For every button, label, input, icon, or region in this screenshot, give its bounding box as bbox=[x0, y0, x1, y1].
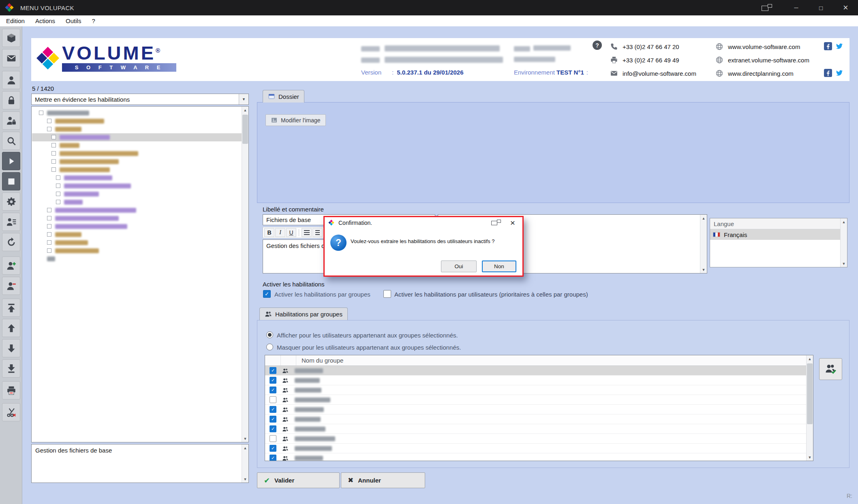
menu-outils[interactable]: Outils bbox=[60, 15, 86, 26]
facebook-icon[interactable] bbox=[824, 42, 832, 50]
user-button[interactable] bbox=[2, 71, 20, 89]
scroll-thumb[interactable] bbox=[807, 363, 813, 424]
expander-icon[interactable] bbox=[47, 208, 51, 212]
lock-button[interactable] bbox=[2, 91, 20, 109]
user-permissions-button[interactable] bbox=[2, 111, 20, 130]
scroll-up-icon[interactable]: ▲ bbox=[807, 355, 813, 362]
expander-icon[interactable] bbox=[47, 240, 51, 245]
settings-button[interactable] bbox=[2, 192, 20, 211]
tree-item[interactable] bbox=[32, 125, 242, 133]
user-remove-button[interactable] bbox=[2, 277, 20, 295]
expander-icon[interactable] bbox=[47, 232, 51, 237]
tree-item[interactable] bbox=[32, 247, 242, 255]
layout-icon[interactable] bbox=[762, 4, 772, 12]
group-checkbox[interactable] bbox=[270, 435, 276, 442]
align-left-button[interactable] bbox=[302, 228, 312, 237]
expander-icon[interactable] bbox=[51, 151, 56, 156]
dialog-layout-icon[interactable] bbox=[491, 219, 501, 226]
expander-icon[interactable] bbox=[47, 224, 51, 229]
maximize-button[interactable]: □ bbox=[809, 0, 833, 15]
comment-scrollbar[interactable]: ▲ ▼ bbox=[700, 215, 707, 273]
expander-icon[interactable] bbox=[56, 184, 60, 188]
move-bottom-button[interactable] bbox=[2, 359, 20, 378]
group-row[interactable]: ✓ bbox=[265, 453, 806, 461]
group-row[interactable]: ✓ bbox=[265, 385, 806, 395]
mail-button[interactable] bbox=[2, 49, 20, 67]
tab-dossier[interactable]: Dossier bbox=[263, 90, 304, 103]
scroll-thumb[interactable] bbox=[242, 115, 248, 144]
modify-image-button[interactable]: Modifier l'image bbox=[265, 114, 326, 126]
user-add-button[interactable] bbox=[2, 256, 20, 275]
tree-item[interactable] bbox=[32, 133, 242, 141]
group-row[interactable]: ✓ bbox=[265, 405, 806, 414]
expander-icon[interactable] bbox=[51, 167, 56, 172]
move-up-button[interactable] bbox=[2, 319, 20, 337]
refresh-button[interactable] bbox=[2, 233, 20, 251]
expander-icon[interactable] bbox=[47, 216, 51, 220]
tree-scrollbar[interactable]: ▲ ▼ bbox=[242, 107, 248, 442]
cut-button[interactable] bbox=[2, 403, 20, 421]
menu-edition[interactable]: Edition bbox=[1, 15, 30, 26]
tree-item[interactable] bbox=[32, 239, 242, 247]
close-button[interactable]: × bbox=[833, 0, 858, 15]
run-button[interactable] bbox=[2, 152, 20, 170]
language-scrollbar[interactable]: ▲ ▼ bbox=[840, 218, 847, 267]
expander-icon[interactable] bbox=[47, 248, 51, 253]
group-checkbox[interactable] bbox=[270, 396, 276, 403]
menu-help[interactable]: ? bbox=[86, 15, 100, 26]
group-row[interactable]: ✓ bbox=[265, 414, 806, 424]
expander-icon[interactable] bbox=[56, 200, 60, 204]
bold-button[interactable]: B bbox=[264, 228, 274, 237]
help-icon[interactable]: ? bbox=[593, 41, 602, 50]
cube-button[interactable] bbox=[2, 29, 20, 47]
users-checkbox[interactable] bbox=[383, 290, 391, 298]
group-row[interactable] bbox=[265, 395, 806, 405]
scroll-down-icon[interactable]: ▼ bbox=[807, 454, 813, 461]
expander-icon[interactable] bbox=[47, 119, 51, 123]
expander-icon[interactable] bbox=[56, 175, 60, 180]
website-link[interactable]: www.directplanning.com bbox=[715, 68, 809, 79]
tree-item[interactable] bbox=[32, 141, 242, 149]
tree-item[interactable] bbox=[32, 206, 242, 214]
expander-icon[interactable] bbox=[51, 159, 56, 164]
expander-icon[interactable] bbox=[51, 135, 56, 139]
tree-item[interactable] bbox=[32, 182, 242, 190]
group-row[interactable] bbox=[265, 434, 806, 444]
group-checkbox[interactable]: ✓ bbox=[270, 445, 276, 452]
chevron-down-icon[interactable]: ▼ bbox=[239, 94, 248, 105]
panel-button[interactable] bbox=[2, 172, 20, 190]
website-link[interactable]: www.volume-software.com bbox=[715, 41, 809, 52]
facebook-icon[interactable] bbox=[824, 69, 832, 77]
select-groups-button[interactable] bbox=[819, 358, 842, 380]
tree-item[interactable] bbox=[32, 198, 242, 206]
group-checkbox[interactable]: ✓ bbox=[270, 425, 276, 432]
group-checkbox[interactable]: ✓ bbox=[270, 455, 276, 461]
tree-item[interactable] bbox=[32, 166, 242, 174]
description-scrollbar[interactable]: ▲ ▼ bbox=[242, 444, 248, 483]
tree-item[interactable] bbox=[32, 158, 242, 166]
underline-button[interactable]: U bbox=[286, 228, 296, 237]
annuler-button[interactable]: ✖ Annuler bbox=[341, 472, 425, 488]
group-row[interactable]: ✓ bbox=[265, 366, 806, 376]
group-row[interactable]: ✓ bbox=[265, 424, 806, 434]
dialog-close-button[interactable]: × bbox=[507, 218, 519, 227]
align-center-button[interactable] bbox=[312, 228, 323, 237]
italic-button[interactable]: I bbox=[275, 228, 285, 237]
tree-item[interactable] bbox=[32, 109, 242, 117]
scroll-down-icon[interactable]: ▼ bbox=[242, 435, 248, 442]
print-remove-button[interactable] bbox=[2, 381, 20, 399]
group-checkbox[interactable]: ✓ bbox=[270, 406, 276, 413]
expander-icon[interactable] bbox=[39, 111, 43, 115]
email-address[interactable]: info@volume-software.com bbox=[610, 68, 696, 79]
search-user-button[interactable] bbox=[2, 132, 20, 150]
move-top-button[interactable] bbox=[2, 299, 20, 317]
user-list-button[interactable] bbox=[2, 213, 20, 231]
non-button[interactable]: Non bbox=[482, 261, 516, 272]
scroll-up-icon[interactable]: ▲ bbox=[242, 107, 248, 113]
minimize-button[interactable]: ─ bbox=[784, 0, 809, 15]
group-row[interactable]: ✓ bbox=[265, 376, 806, 385]
tree-item[interactable] bbox=[32, 190, 242, 198]
tree-item[interactable] bbox=[32, 222, 242, 231]
expander-icon[interactable] bbox=[51, 143, 56, 147]
table-scrollbar[interactable]: ▲ ▼ bbox=[806, 355, 813, 461]
